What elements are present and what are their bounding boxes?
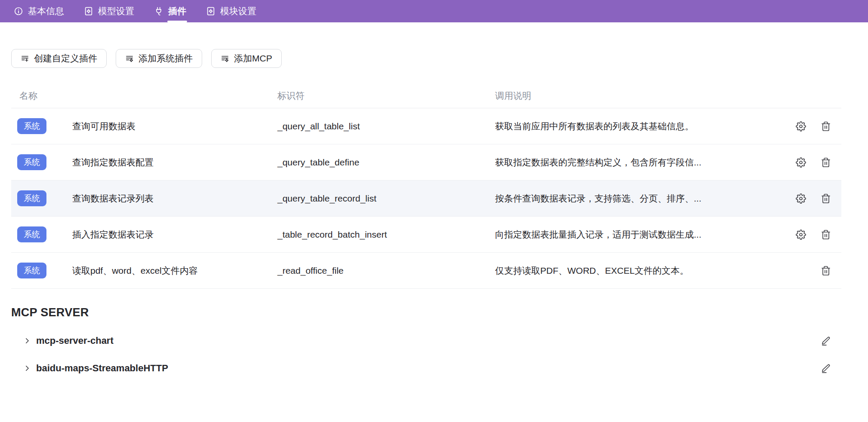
add-mcp-button[interactable]: 添加MCP (211, 49, 282, 68)
system-badge: 系统 (17, 190, 46, 206)
plugin-description: 获取指定数据表的完整结构定义，包含所有字段信... (495, 156, 785, 168)
trash-icon[interactable] (821, 193, 831, 204)
tab-label: 插件 (168, 5, 186, 17)
system-badge: 系统 (17, 154, 46, 170)
list-gear-icon (125, 54, 134, 63)
tab-module-settings[interactable]: 模块设置 (205, 0, 257, 22)
plugin-table: 名称 标识符 调用说明 系统 查询可用数据表 _query_all_table_… (11, 83, 841, 289)
list-plus-icon (21, 54, 29, 63)
plugin-description: 获取当前应用中所有数据表的列表及其基础信息。 (495, 120, 785, 132)
file-gear-icon (206, 6, 215, 16)
plugin-identifier: _query_table_define (277, 157, 495, 168)
tab-model-settings[interactable]: 模型设置 (83, 0, 135, 22)
trash-icon[interactable] (821, 157, 831, 168)
plugins-page: 创建自定义插件 添加系统插件 添加MCP 名称 标识符 调用 (0, 49, 868, 382)
edit-pencil-icon[interactable] (821, 336, 831, 346)
table-row[interactable]: 系统 查询指定数据表配置 _query_table_define 获取指定数据表… (11, 144, 841, 180)
column-header-description: 调用说明 (495, 90, 785, 102)
add-system-plugin-button[interactable]: 添加系统插件 (116, 49, 202, 68)
table-header: 名称 标识符 调用说明 (11, 83, 841, 108)
mcp-server-row[interactable]: mcp-server-chart (11, 327, 841, 355)
button-label: 创建自定义插件 (34, 52, 97, 64)
system-badge: 系统 (17, 263, 46, 278)
plug-icon (154, 6, 163, 16)
mcp-server-name: baidu-maps-StreamableHTTP (36, 363, 168, 374)
plugin-description: 向指定数据表批量插入记录，适用于测试数据生成... (495, 229, 785, 241)
tab-label: 模型设置 (98, 5, 134, 17)
plugin-name: 读取pdf、word、excel文件内容 (72, 265, 198, 277)
plugin-identifier: _query_all_table_list (277, 121, 495, 131)
mcp-server-row[interactable]: baidu-maps-StreamableHTTP (11, 355, 841, 382)
plugin-name: 查询数据表记录列表 (72, 193, 154, 205)
plugin-identifier: _table_record_batch_insert (277, 229, 495, 240)
mcp-server-heading: MCP SERVER (11, 306, 841, 319)
plugin-description: 仅支持读取PDF、WORD、EXCEL文件的文本。 (495, 265, 785, 277)
column-header-name: 名称 (11, 90, 277, 102)
system-badge: 系统 (17, 118, 46, 134)
file-gear-icon (84, 6, 93, 16)
settings-gear-icon[interactable] (796, 157, 806, 168)
create-custom-plugin-button[interactable]: 创建自定义插件 (11, 49, 107, 68)
info-circle-icon (14, 6, 23, 16)
trash-icon[interactable] (821, 266, 831, 276)
mcp-server-name: mcp-server-chart (36, 335, 114, 346)
top-nav-bar: 基本信息 模型设置 插件 模块设置 (0, 0, 868, 22)
system-badge: 系统 (17, 226, 46, 242)
trash-icon[interactable] (821, 121, 831, 131)
mcp-server-list: mcp-server-chart baidu-maps-StreamableHT… (11, 327, 841, 382)
chevron-right-icon[interactable] (23, 337, 31, 345)
chevron-right-icon[interactable] (23, 364, 31, 372)
table-row[interactable]: 系统 查询数据表记录列表 _query_table_record_list 按条… (11, 180, 841, 217)
plugin-name: 查询指定数据表配置 (72, 156, 154, 168)
settings-gear-icon[interactable] (796, 229, 806, 240)
table-row[interactable]: 系统 插入指定数据表记录 _table_record_batch_insert … (11, 217, 841, 253)
plugin-name: 插入指定数据表记录 (72, 229, 154, 241)
tab-label: 基本信息 (28, 5, 64, 17)
plugin-description: 按条件查询数据表记录，支持筛选、分页、排序、... (495, 193, 785, 205)
trash-icon[interactable] (821, 229, 831, 240)
plugin-identifier: _query_table_record_list (277, 193, 495, 204)
edit-pencil-icon[interactable] (821, 364, 831, 373)
button-label: 添加系统插件 (139, 52, 193, 64)
button-label: 添加MCP (234, 52, 272, 64)
settings-gear-icon[interactable] (796, 193, 806, 204)
column-header-identifier: 标识符 (277, 90, 495, 102)
tab-plugins[interactable]: 插件 (153, 0, 187, 22)
table-row[interactable]: 系统 读取pdf、word、excel文件内容 _read_office_fil… (11, 253, 841, 289)
settings-gear-icon[interactable] (796, 121, 806, 131)
list-gear-icon (221, 54, 229, 63)
plugin-name: 查询可用数据表 (72, 120, 135, 132)
plugin-identifier: _read_office_file (277, 266, 495, 276)
tab-basic-info[interactable]: 基本信息 (13, 0, 65, 22)
plugin-toolbar: 创建自定义插件 添加系统插件 添加MCP (11, 49, 841, 68)
table-row[interactable]: 系统 查询可用数据表 _query_all_table_list 获取当前应用中… (11, 108, 841, 144)
tab-label: 模块设置 (220, 5, 256, 17)
